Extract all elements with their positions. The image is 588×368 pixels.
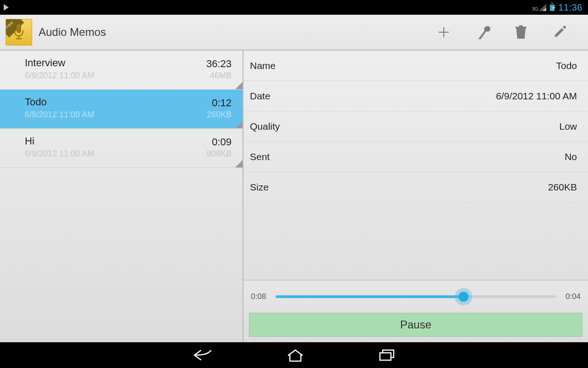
home-icon: [286, 348, 305, 362]
trash-icon: [514, 25, 527, 40]
resize-corner-icon[interactable]: [235, 121, 243, 128]
delete-button[interactable]: [502, 14, 540, 50]
memo-size: 46MB: [210, 71, 232, 80]
signal-icon: [539, 4, 546, 11]
remaining-time: 0:04: [562, 292, 581, 301]
detail-pane: Name Todo Date 6/9/2012 11:00 AM Quality…: [243, 51, 588, 342]
detail-value: 6/9/2012 11:00 AM: [496, 91, 577, 102]
detail-row-name[interactable]: Name Todo: [243, 51, 588, 81]
detail-value: 260KB: [548, 182, 577, 193]
memo-size: 808KB: [207, 149, 232, 159]
memo-duration: 36:23: [206, 58, 232, 70]
memo-datetime: 6/9/2012 11:00 AM: [25, 149, 234, 159]
back-icon: [192, 348, 213, 362]
plus-icon: [437, 25, 451, 39]
svg-rect-5: [380, 353, 391, 360]
wrench-icon: [474, 25, 491, 39]
edit-button[interactable]: [540, 14, 579, 50]
memo-row[interactable]: Todo 6/9/2012 11:00 AM 0:12 260KB: [0, 90, 243, 129]
detail-value: No: [565, 151, 577, 162]
memo-title: Todo: [25, 96, 234, 108]
memo-row[interactable]: Hi 6/9/2012 11:00 AM 0:09 808KB: [0, 129, 243, 168]
detail-row-sent[interactable]: Sent No: [243, 142, 588, 172]
slider-thumb[interactable]: [458, 292, 469, 302]
android-status-bar: 3G ⚡ 11:36: [0, 0, 588, 15]
android-nav-bar: [0, 342, 588, 368]
add-button[interactable]: [424, 14, 463, 50]
svg-rect-3: [515, 27, 526, 29]
memo-size: 260KB: [207, 110, 232, 120]
status-clock: 11:36: [558, 2, 582, 13]
resize-corner-icon[interactable]: [235, 82, 243, 89]
memo-datetime: 6/9/2012 11:00 AM: [25, 110, 234, 120]
pause-button[interactable]: Pause: [249, 313, 582, 337]
detail-label: Size: [250, 182, 269, 193]
elapsed-time: 0:08: [251, 292, 269, 301]
progress-slider[interactable]: [276, 295, 556, 298]
app-title: Audio Memos: [39, 26, 106, 39]
memo-title: Hi: [25, 135, 234, 147]
resize-corner-icon[interactable]: [235, 160, 243, 167]
memo-duration: 0:09: [212, 136, 232, 148]
detail-row-date[interactable]: Date 6/9/2012 11:00 AM: [243, 81, 588, 111]
settings-button[interactable]: [463, 14, 502, 50]
memo-row[interactable]: Interview 6/9/2012 11:00 AM 36:23 46MB: [0, 51, 243, 90]
memo-list: Interview 6/9/2012 11:00 AM 36:23 46MB T…: [0, 51, 243, 342]
svg-rect-4: [519, 25, 523, 27]
recents-button[interactable]: [378, 348, 396, 362]
app-icon[interactable]: Free: [6, 19, 32, 46]
detail-value: Todo: [556, 60, 577, 71]
pencil-icon: [553, 25, 566, 39]
memo-title: Interview: [25, 57, 234, 69]
detail-label: Name: [250, 60, 276, 71]
battery-charging-icon: ⚡: [550, 4, 554, 11]
detail-row-size[interactable]: Size 260KB: [243, 172, 588, 202]
memo-datetime: 6/9/2012 11:00 AM: [25, 71, 234, 80]
detail-value: Low: [559, 121, 577, 132]
back-button[interactable]: [192, 348, 213, 362]
microphone-icon: [13, 24, 24, 40]
network-type-label: 3G: [532, 7, 538, 11]
detail-label: Quality: [250, 121, 280, 132]
recents-icon: [378, 348, 396, 362]
player-controls: 0:08 0:04 Pause: [243, 280, 588, 342]
playing-indicator-icon: [4, 4, 9, 11]
action-bar: Free Audio Memos: [0, 15, 588, 51]
detail-label: Sent: [250, 151, 270, 162]
svg-rect-0: [17, 24, 21, 33]
home-button[interactable]: [286, 348, 305, 362]
pause-button-label: Pause: [400, 318, 431, 331]
detail-row-quality[interactable]: Quality Low: [243, 111, 588, 142]
detail-label: Date: [250, 91, 270, 102]
memo-duration: 0:12: [212, 97, 232, 109]
